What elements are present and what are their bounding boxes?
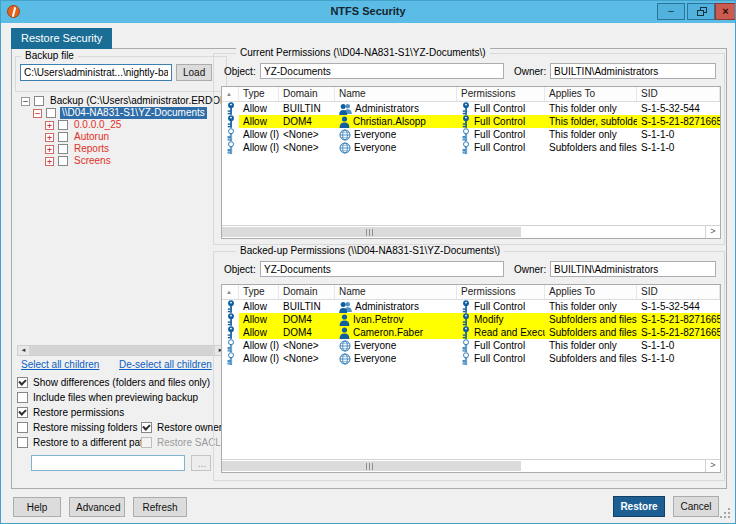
option-restore-to-a-different-path[interactable]: Restore to a different path <box>17 437 148 448</box>
collapse-icon[interactable]: − <box>33 109 42 118</box>
horizontal-scrollbar[interactable]: > <box>222 459 720 472</box>
tree-node[interactable]: +Autorun <box>45 131 111 143</box>
cell-sid: S-1-5-21-827166505 <box>637 115 720 128</box>
column-header-domain[interactable]: Domain <box>279 87 335 101</box>
tree-checkbox[interactable] <box>58 144 68 154</box>
close-button[interactable]: × <box>715 3 736 20</box>
scroll-left-icon[interactable]: ◄ <box>18 346 29 355</box>
tree-checkbox[interactable] <box>58 120 68 130</box>
tree-checkbox[interactable] <box>34 96 44 106</box>
name-text: Christian.Alsopp <box>353 115 426 128</box>
tree-checkbox[interactable] <box>58 156 68 166</box>
column-header-domain[interactable]: Domain <box>279 285 335 299</box>
globe-icon <box>339 340 351 352</box>
minimize-button[interactable]: – <box>657 3 685 20</box>
column-header-type[interactable]: Type <box>239 285 279 299</box>
tree-checkbox[interactable] <box>58 132 68 142</box>
column-header-sid[interactable]: SID <box>637 285 720 299</box>
current-permissions-table[interactable]: ▲TypeDomainNamePermissionsApplies ToSIDA… <box>221 86 721 239</box>
table-row[interactable]: AllowDOM4Cameron.FaberRead and ExecuteSu… <box>222 326 720 339</box>
select-all-children-link[interactable]: Select all children <box>21 359 99 370</box>
tree-node[interactable]: −\\D04-NA831-S1\YZ-Documents <box>33 107 207 119</box>
cell-permissions: Full Control <box>457 300 545 313</box>
expand-icon[interactable]: + <box>45 121 54 130</box>
tab-restore-security[interactable]: Restore Security <box>11 28 112 49</box>
table-row[interactable]: Allow (I)<None>EveryoneFull ControlThis … <box>222 128 720 141</box>
checkbox[interactable] <box>141 437 152 448</box>
table-row[interactable]: AllowDOM4Ivan.PetrovModifySubfolders and… <box>222 313 720 326</box>
sid-text: S-1-1-0 <box>641 339 674 352</box>
restore-button[interactable]: Restore <box>613 496 665 517</box>
option-show-differences-folders-and-f[interactable]: Show differences (folders and files only… <box>17 377 210 388</box>
cell-permissions: Full Control <box>457 352 545 365</box>
cell-sid: S-1-1-0 <box>637 352 720 365</box>
column-header-applies-to[interactable]: Applies To <box>545 87 637 101</box>
table-row[interactable]: Allow (I)<None>EveryoneFull ControlSubfo… <box>222 352 720 365</box>
tree-node[interactable]: −Backup (C:\Users\administrator.ERDOM01\ <box>21 95 229 107</box>
table-row[interactable]: Allow (I)<None>EveryoneFull ControlThis … <box>222 339 720 352</box>
tree-node[interactable]: +Reports <box>45 143 111 155</box>
help-button[interactable]: Help <box>13 497 61 517</box>
scrollbar-thumb[interactable] <box>222 227 521 237</box>
backup-file-path-input[interactable] <box>20 64 172 81</box>
column-header-permissions[interactable]: Permissions <box>457 285 545 299</box>
deselect-all-children-link[interactable]: De-select all children <box>119 359 212 370</box>
option-include-files-when-previewing-[interactable]: Include files when previewing backup <box>17 392 198 403</box>
table-header-row: ▲TypeDomainNamePermissionsApplies ToSID <box>222 87 720 102</box>
tree-horizontal-scrollbar[interactable]: ◄ ► <box>17 345 227 356</box>
option-restore-missing-folders[interactable]: Restore missing folders <box>17 422 137 433</box>
cell-type: Allow (I) <box>239 141 279 154</box>
resize-grip[interactable] <box>728 508 730 510</box>
checkbox[interactable] <box>17 407 28 418</box>
column-header-sid[interactable]: SID <box>637 87 720 101</box>
checkbox[interactable] <box>17 422 28 433</box>
backup-permissions-table[interactable]: ▲TypeDomainNamePermissionsApplies ToSIDA… <box>221 284 721 473</box>
tree-checkbox[interactable] <box>46 108 56 118</box>
sid-text: S-1-1-0 <box>641 141 674 154</box>
checkbox[interactable] <box>17 377 28 388</box>
option-restore-sacl[interactable]: Restore SACL <box>141 437 221 448</box>
sort-asc-icon: ▲ <box>226 87 232 101</box>
scroll-right-button[interactable]: > <box>705 460 720 472</box>
owner-input[interactable] <box>550 261 716 277</box>
checkbox[interactable] <box>17 392 28 403</box>
table-row[interactable]: AllowBUILTINAdministratorsFull ControlTh… <box>222 300 720 313</box>
tree-node[interactable]: +0.0.0.0_25 <box>45 119 123 131</box>
restore-button-window[interactable] <box>687 3 715 20</box>
column-header-type[interactable]: Type <box>239 87 279 101</box>
refresh-button[interactable]: Refresh <box>133 497 187 517</box>
scroll-right-button[interactable]: > <box>705 226 720 238</box>
expand-icon[interactable]: + <box>45 145 54 154</box>
checkbox[interactable] <box>17 437 28 448</box>
expand-icon[interactable]: + <box>45 133 54 142</box>
column-header-name[interactable]: Name <box>335 285 457 299</box>
sort-column-header[interactable]: ▲ <box>222 87 239 101</box>
checkbox[interactable] <box>141 422 152 433</box>
alternate-path-input[interactable] <box>31 455 185 471</box>
cancel-button[interactable]: Cancel <box>673 496 719 517</box>
title-bar: NTFS Security – × <box>1 1 735 23</box>
tree-node[interactable]: +Screens <box>45 155 113 167</box>
owner-input[interactable] <box>550 63 716 79</box>
expand-icon[interactable]: + <box>45 157 54 166</box>
permission-text: Full Control <box>474 141 525 154</box>
sort-column-header[interactable]: ▲ <box>222 285 239 299</box>
column-header-applies-to[interactable]: Applies To <box>545 285 637 299</box>
column-header-permissions[interactable]: Permissions <box>457 87 545 101</box>
scrollbar-thumb[interactable] <box>222 461 521 471</box>
advanced-button[interactable]: Advanced <box>69 497 125 517</box>
option-label: Include files when previewing backup <box>33 392 198 403</box>
object-input[interactable] <box>260 63 504 79</box>
scrollbar-thumb[interactable] <box>29 346 215 355</box>
column-header-name[interactable]: Name <box>335 87 457 101</box>
load-button[interactable]: Load <box>176 64 212 81</box>
browse-button[interactable]: ... <box>191 455 211 471</box>
option-restore-permissions[interactable]: Restore permissions <box>17 407 124 418</box>
horizontal-scrollbar[interactable]: > <box>222 225 720 238</box>
collapse-icon[interactable]: − <box>21 97 30 106</box>
object-input[interactable] <box>260 261 504 277</box>
table-row[interactable]: AllowBUILTINAdministratorsFull ControlTh… <box>222 102 720 115</box>
table-row[interactable]: AllowDOM4Christian.AlsoppFull ControlThi… <box>222 115 720 128</box>
option-restore-owner[interactable]: Restore owner <box>141 422 222 433</box>
table-row[interactable]: Allow (I)<None>EveryoneFull ControlSubfo… <box>222 141 720 154</box>
